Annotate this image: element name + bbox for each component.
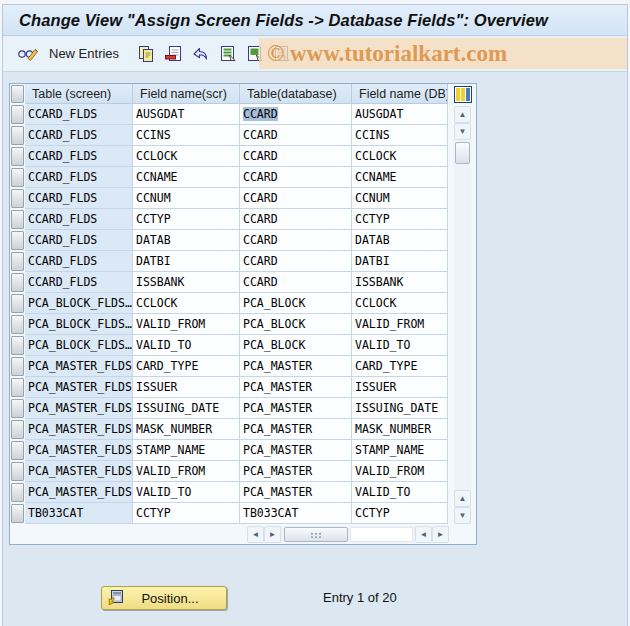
- row-selector-button[interactable]: [11, 483, 24, 502]
- horizontal-scrollbar[interactable]: ◄ ► ◄ ►: [247, 526, 449, 543]
- cell-table-database[interactable]: PCA_BLOCK: [240, 335, 352, 356]
- cell-field-name-scr[interactable]: CCNUM: [133, 188, 240, 209]
- new-entries-button[interactable]: New Entries: [43, 41, 127, 67]
- horizontal-scroll-track[interactable]: [350, 527, 413, 542]
- cell-field-name-scr[interactable]: VALID_FROM: [133, 461, 240, 482]
- cell-table-screen[interactable]: CCARD_FLDS: [25, 104, 133, 125]
- row-selector-button[interactable]: [11, 462, 24, 481]
- cell-table-database[interactable]: PCA_MASTER: [240, 419, 352, 440]
- cell-table-screen[interactable]: PCA_MASTER_FLDS: [25, 482, 133, 503]
- row-selector-button[interactable]: [11, 315, 24, 334]
- cell-field-name-scr[interactable]: DATBI: [133, 251, 240, 272]
- row-selector-button[interactable]: [11, 294, 24, 313]
- cell-field-name-db[interactable]: DATBI: [352, 251, 448, 272]
- row-selector-button[interactable]: [11, 147, 24, 166]
- row-selector-button[interactable]: [11, 399, 24, 418]
- horizontal-scroll-thumb[interactable]: [284, 527, 348, 542]
- cell-table-database[interactable]: CCARD: [240, 188, 352, 209]
- cell-field-name-db[interactable]: AUSGDAT: [352, 104, 448, 125]
- cell-field-name-db[interactable]: STAMP_NAME: [352, 440, 448, 461]
- cell-table-screen[interactable]: PCA_MASTER_FLDS: [25, 398, 133, 419]
- cell-table-database[interactable]: PCA_MASTER: [240, 377, 352, 398]
- cell-field-name-db[interactable]: CCTYP: [352, 209, 448, 230]
- undo-button[interactable]: [187, 41, 214, 67]
- row-selector-button[interactable]: [11, 126, 24, 145]
- row-selector-button[interactable]: [11, 336, 24, 355]
- cell-field-name-db[interactable]: CCLOCK: [352, 293, 448, 314]
- scroll-up-icon[interactable]: ▲: [454, 106, 471, 123]
- cell-field-name-scr[interactable]: CCLOCK: [133, 146, 240, 167]
- cell-field-name-scr[interactable]: VALID_TO: [133, 335, 240, 356]
- cell-field-name-scr[interactable]: STAMP_NAME: [133, 440, 240, 461]
- cell-table-screen[interactable]: PCA_MASTER_FLDS: [25, 419, 133, 440]
- row-selector-button[interactable]: [11, 504, 24, 523]
- page-left-icon[interactable]: ◄: [415, 526, 432, 543]
- cell-table-database[interactable]: CCARD: [240, 167, 352, 188]
- cell-field-name-db[interactable]: ISSBANK: [352, 272, 448, 293]
- cell-table-database[interactable]: PCA_MASTER: [240, 440, 352, 461]
- select-all-button[interactable]: [214, 41, 241, 67]
- cell-table-database[interactable]: CCARD: [240, 251, 352, 272]
- table-settings-button[interactable]: [454, 86, 472, 103]
- cell-table-database[interactable]: PCA_BLOCK: [240, 314, 352, 335]
- scroll-down-icon[interactable]: ▼: [454, 123, 471, 140]
- cell-table-screen[interactable]: CCARD_FLDS: [25, 167, 133, 188]
- cell-field-name-db[interactable]: CCINS: [352, 125, 448, 146]
- cell-field-name-db[interactable]: VALID_TO: [352, 482, 448, 503]
- row-selector-button[interactable]: [11, 441, 24, 460]
- cell-table-database[interactable]: CCARD: [240, 146, 352, 167]
- cell-table-database[interactable]: PCA_MASTER: [240, 356, 352, 377]
- copy-as-button[interactable]: [133, 41, 160, 67]
- column-header-field-name-db[interactable]: Field name (DB): [352, 84, 448, 104]
- scroll-left-icon[interactable]: ◄: [247, 526, 264, 543]
- cell-table-screen[interactable]: TB033CAT: [25, 503, 133, 524]
- page-up-icon[interactable]: ▲: [454, 490, 471, 507]
- cell-table-screen[interactable]: PCA_BLOCK_FLDS…: [25, 293, 133, 314]
- cell-field-name-scr[interactable]: CARD_TYPE: [133, 356, 240, 377]
- cell-table-database[interactable]: CCARD: [240, 230, 352, 251]
- cell-field-name-scr[interactable]: ISSUING_DATE: [133, 398, 240, 419]
- cell-field-name-db[interactable]: MASK_NUMBER: [352, 419, 448, 440]
- cell-table-screen[interactable]: CCARD_FLDS: [25, 188, 133, 209]
- cell-table-screen[interactable]: CCARD_FLDS: [25, 230, 133, 251]
- cell-field-name-db[interactable]: VALID_TO: [352, 335, 448, 356]
- vertical-scroll-track[interactable]: [454, 164, 471, 490]
- row-selector-button[interactable]: [11, 252, 24, 271]
- position-button[interactable]: Position...: [101, 586, 227, 610]
- cell-field-name-scr[interactable]: AUSGDAT: [133, 104, 240, 125]
- cell-table-database[interactable]: PCA_MASTER: [240, 461, 352, 482]
- cell-table-database[interactable]: CCARD: [240, 125, 352, 146]
- cell-field-name-scr[interactable]: MASK_NUMBER: [133, 419, 240, 440]
- cell-table-screen[interactable]: PCA_BLOCK_FLDS…: [25, 314, 133, 335]
- row-selector-button[interactable]: [11, 105, 24, 124]
- page-down-icon[interactable]: ▼: [454, 507, 471, 524]
- cell-table-screen[interactable]: PCA_MASTER_FLDS: [25, 461, 133, 482]
- row-selector-button[interactable]: [11, 378, 24, 397]
- cell-field-name-scr[interactable]: VALID_FROM: [133, 314, 240, 335]
- select-all-rows-cell[interactable]: [11, 85, 24, 103]
- row-selector-button[interactable]: [11, 357, 24, 376]
- vertical-scrollbar[interactable]: ▲ ▼ ▲ ▼: [454, 106, 471, 524]
- cell-table-database[interactable]: CCARD: [240, 209, 352, 230]
- cell-table-screen[interactable]: CCARD_FLDS: [25, 251, 133, 272]
- cell-table-screen[interactable]: CCARD_FLDS: [25, 209, 133, 230]
- page-right-icon[interactable]: ►: [432, 526, 449, 543]
- vertical-scroll-thumb[interactable]: [455, 142, 470, 164]
- row-selector-button[interactable]: [11, 231, 24, 250]
- cell-table-database[interactable]: CCARD: [240, 104, 352, 125]
- cell-table-screen[interactable]: CCARD_FLDS: [25, 146, 133, 167]
- cell-table-database[interactable]: PCA_MASTER: [240, 398, 352, 419]
- cell-field-name-db[interactable]: CCLOCK: [352, 146, 448, 167]
- delete-button[interactable]: [160, 41, 187, 67]
- cell-field-name-scr[interactable]: ISSUER: [133, 377, 240, 398]
- cell-table-database[interactable]: PCA_MASTER: [240, 482, 352, 503]
- cell-table-screen[interactable]: PCA_MASTER_FLDS: [25, 377, 133, 398]
- cell-field-name-scr[interactable]: CCNAME: [133, 167, 240, 188]
- row-selector-button[interactable]: [11, 210, 24, 229]
- row-selector-button[interactable]: [11, 189, 24, 208]
- cell-table-database[interactable]: TB033CAT: [240, 503, 352, 524]
- cell-table-screen[interactable]: CCARD_FLDS: [25, 125, 133, 146]
- cell-table-database[interactable]: CCARD: [240, 272, 352, 293]
- cell-table-screen[interactable]: PCA_MASTER_FLDS: [25, 356, 133, 377]
- column-header-field-name-scr[interactable]: Field name(scr): [133, 84, 240, 104]
